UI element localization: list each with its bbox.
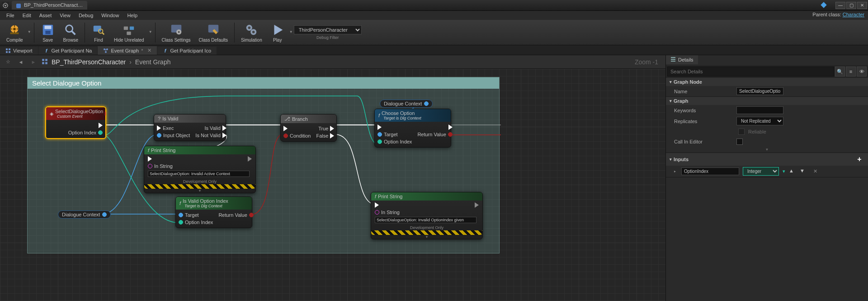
section-inputs[interactable]: Inputs + (666, 153, 868, 166)
keywords-input[interactable] (736, 106, 783, 114)
pin-exec-out[interactable] (99, 123, 103, 128)
node-var-dialogue-context-top[interactable]: Dialogue Context (380, 100, 433, 108)
menu-help[interactable]: Help (123, 12, 141, 19)
node-is-valid-option-index[interactable]: f Is Valid Option Index Target is Dlg Co… (175, 196, 252, 228)
simulation-button[interactable]: Simulation (237, 22, 266, 43)
node-is-valid[interactable]: ?Is Valid Exec Input Object Is Valid Is … (154, 114, 226, 141)
pin-is-valid-out[interactable]: Is Valid (205, 125, 226, 131)
compile-dropdown-icon[interactable]: ▼ (28, 30, 31, 35)
tab-viewport[interactable]: Viewport (0, 47, 38, 55)
pin-in-string[interactable]: In String (375, 210, 479, 215)
in-string-value[interactable] (148, 171, 250, 177)
menu-window[interactable]: Window (98, 12, 123, 19)
details-tab[interactable]: Details (666, 55, 698, 65)
debug-filter-select[interactable]: ThirdPersonCharacter (294, 25, 362, 34)
node-print-string-invalid-context[interactable]: fPrint String In String Development Only… (144, 146, 256, 193)
close-button[interactable]: ✕ (857, 2, 867, 9)
move-up-button[interactable]: ▲ (789, 168, 796, 175)
input-param-type[interactable]: Integer (743, 167, 779, 176)
search-icon[interactable]: 🔍 (835, 67, 845, 76)
add-input-button[interactable]: + (854, 154, 864, 164)
pin-exec-in[interactable] (377, 124, 382, 130)
pin-option-index-out[interactable]: Option Index (68, 130, 103, 135)
nav-back-button[interactable]: ◄ (16, 57, 25, 67)
maximize-button[interactable]: ▢ (846, 2, 856, 9)
svg-rect-12 (124, 26, 128, 30)
hide-unrelated-button[interactable]: Hide Unrelated (110, 22, 148, 43)
graph-comment-title[interactable]: Select Dialogue Option (28, 77, 499, 89)
pin-exec-in[interactable] (148, 156, 152, 162)
remove-input-button[interactable]: ✕ (813, 168, 817, 174)
pin-var-out[interactable] (424, 101, 429, 106)
crumb-blueprint[interactable]: BP_ThirdPersonCharacter (52, 58, 126, 66)
pin-return-value[interactable]: Return Value (218, 212, 253, 218)
call-in-editor-checkbox[interactable] (736, 139, 743, 145)
play-button[interactable]: Play (267, 22, 288, 43)
pin-type-dropdown[interactable]: ▾ (783, 168, 785, 174)
tab-get-participant-icon[interactable]: f Get Participant Ico (157, 47, 217, 55)
node-print-string-invalid-index[interactable]: fPrint String In String Development Only… (371, 192, 483, 239)
pin-option-index[interactable]: Option Index (179, 220, 213, 225)
editor-tab[interactable]: BP_ThirdPersonCharact… (12, 1, 87, 9)
in-string-value[interactable] (375, 217, 476, 223)
node-choose-option[interactable]: f Choose Option Target is Dlg Context Ta… (374, 109, 451, 148)
pin-is-not-valid-out[interactable]: Is Not Valid (195, 133, 226, 138)
nav-forward-button[interactable]: ► (29, 57, 38, 67)
pin-true[interactable]: True (318, 126, 334, 131)
pin-exec-in[interactable]: Exec (157, 125, 174, 131)
expand-icon[interactable]: ▸ (674, 169, 676, 173)
section-graph-node[interactable]: Graph Node (666, 78, 868, 86)
pin-target[interactable]: Target (179, 212, 199, 218)
pin-false[interactable]: False (316, 133, 334, 139)
favorite-icon[interactable]: ☆ (4, 57, 13, 67)
svg-rect-26 (9, 51, 10, 53)
menu-file[interactable]: File (3, 12, 18, 19)
find-button[interactable]: Find (88, 22, 109, 43)
menu-edit[interactable]: Edit (19, 12, 35, 19)
pin-exec-in[interactable] (283, 126, 288, 131)
pin-input-object[interactable]: Input Object (157, 133, 190, 138)
node-select-dialogue-option-event[interactable]: ◈ SelectDialogueOption Custom Event Opti… (45, 106, 106, 139)
blueprint-graph-canvas[interactable]: Select Dialogue Option (0, 69, 665, 301)
class-settings-button[interactable]: Class Settings (158, 22, 194, 43)
browse-button[interactable]: Browse (60, 22, 82, 43)
close-tab-icon[interactable]: ✕ (147, 48, 151, 53)
pin-option-index[interactable]: Option Index (377, 139, 412, 144)
node-name-input[interactable] (736, 87, 783, 95)
save-button[interactable]: Save (37, 22, 59, 43)
hide-unrelated-dropdown[interactable]: ▼ (149, 30, 152, 35)
parent-class-link[interactable]: Character (843, 12, 864, 17)
pin-target[interactable]: Target (377, 132, 398, 137)
details-eye-button[interactable]: 👁 (857, 67, 867, 76)
compile-button[interactable]: Compile (3, 22, 27, 43)
pin-return-value[interactable]: Return Value (417, 132, 452, 137)
pin-var-out[interactable] (102, 212, 107, 217)
svg-point-21 (248, 26, 251, 29)
menu-asset[interactable]: Asset (36, 12, 56, 19)
delegate-pin[interactable] (105, 112, 106, 115)
move-down-button[interactable]: ▼ (800, 168, 807, 175)
find-icon (91, 23, 106, 37)
pin-exec-out[interactable] (248, 156, 252, 162)
svg-point-0 (3, 3, 8, 8)
menu-debug[interactable]: Debug (75, 12, 97, 19)
menu-view[interactable]: View (56, 12, 74, 19)
section-graph[interactable]: Graph (666, 97, 868, 105)
tab-event-graph[interactable]: Event Graph * ✕ (98, 46, 156, 55)
pin-in-string[interactable]: In String (148, 163, 252, 169)
details-view-button[interactable]: ≡ (846, 67, 856, 76)
input-param-name[interactable] (681, 167, 739, 175)
tab-get-participant-name[interactable]: f Get Participant Na (38, 47, 98, 55)
details-search-input[interactable] (667, 67, 834, 76)
replicates-select[interactable]: Not Replicated (736, 117, 783, 125)
class-defaults-button[interactable]: Class Defaults (195, 22, 231, 43)
play-dropdown-icon[interactable]: ▼ (289, 30, 293, 35)
node-branch[interactable]: ⎇Branch Condition True False (280, 114, 337, 142)
node-var-dialogue-context[interactable]: Dialogue Context (58, 210, 111, 219)
pin-condition[interactable]: Condition (283, 133, 311, 139)
pin-exec-out[interactable] (475, 202, 479, 208)
pin-exec-out[interactable] (448, 124, 453, 130)
crumb-graph[interactable]: Event Graph (135, 58, 171, 66)
pin-exec-in[interactable] (375, 202, 379, 208)
minimize-button[interactable]: — (835, 2, 845, 9)
